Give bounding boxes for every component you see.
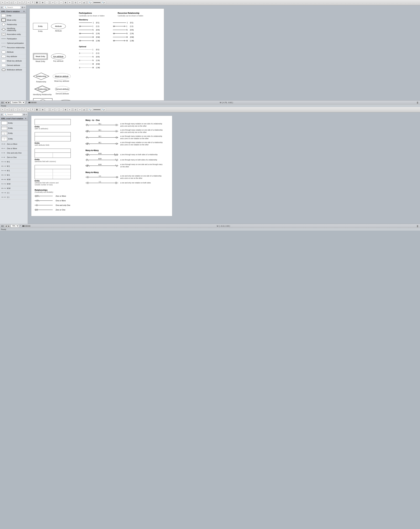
sidebar-item-identifying-rel[interactable]: Identifying relationship bbox=[0, 27, 26, 32]
toolbar-btn-pointer[interactable]: ↖ bbox=[1, 1, 5, 4]
t2-text[interactable]: T bbox=[31, 108, 34, 111]
t2-zoom-out[interactable]: 🔍− bbox=[88, 108, 93, 111]
t2-table[interactable]: ⊞ bbox=[41, 108, 44, 111]
s2-one-more[interactable]: One or More bbox=[0, 146, 28, 151]
zoom-up-btn[interactable]: ⌃ bbox=[26, 101, 27, 104]
relationship-shape[interactable]: Relationship bbox=[33, 72, 49, 80]
sidebar-item-key-attr[interactable]: ⎯ Key attribute bbox=[0, 54, 26, 59]
s2-entity2[interactable]: Entity bbox=[0, 126, 28, 131]
t2-align[interactable]: ≡ bbox=[68, 108, 71, 111]
list-view-btn[interactable]: ≡ bbox=[24, 6, 25, 9]
t2-line2[interactable]: ∕ bbox=[55, 108, 59, 111]
t2-more[interactable]: ⋯ bbox=[45, 108, 49, 111]
s2-mm-a[interactable]: M:M bbox=[0, 177, 28, 182]
s2-zero-one[interactable]: Zero or One bbox=[0, 155, 28, 159]
id-rel-shape[interactable]: Relationship bbox=[34, 85, 51, 93]
s2-11-b[interactable]: 1:1 bbox=[0, 195, 28, 199]
s2-prev-btn[interactable]: ◀ bbox=[5, 225, 7, 227]
multivalue-shape[interactable]: Multivalue attribute bbox=[56, 100, 76, 100]
t2-line[interactable]: ╱ bbox=[22, 108, 26, 111]
toolbar-btn-img[interactable]: 🖼 bbox=[35, 1, 39, 4]
sidebar-item-multivalue[interactable]: Multivalue attribute bbox=[0, 67, 26, 72]
cf-entity1[interactable] bbox=[35, 119, 71, 125]
toolbar-btn-align[interactable]: ≡ bbox=[68, 1, 71, 4]
s2-entity3[interactable]: Entity bbox=[0, 131, 28, 136]
prev-page-btn[interactable]: ◀ bbox=[5, 101, 7, 104]
t2-connect[interactable]: ⤳ bbox=[27, 108, 30, 111]
next-page-btn[interactable]: ▶ bbox=[8, 101, 10, 104]
sidebar-item-opt-participation[interactable]: Optional participation bbox=[0, 41, 26, 45]
zoom-select1[interactable]: Custom 79% bbox=[11, 101, 25, 104]
toolbar-btn-zoom-in[interactable]: 🔍+ bbox=[101, 1, 106, 4]
t2-export[interactable]: ↗ bbox=[78, 108, 81, 111]
t2-diamond[interactable]: ◇ bbox=[18, 108, 22, 111]
derived-shape[interactable]: Derived attribute bbox=[55, 86, 70, 92]
main-canvas2[interactable]: Entity (with no attributes) Entity bbox=[28, 112, 420, 224]
t2-cursor2[interactable]: ↗ bbox=[51, 108, 54, 111]
s2-one-one[interactable]: One and only One bbox=[0, 151, 28, 155]
toolbar-btn-table[interactable]: ⊞ bbox=[41, 1, 44, 4]
s2-entity4[interactable]: Entity bbox=[0, 136, 28, 142]
toolbar-btn-text[interactable]: T bbox=[31, 1, 34, 4]
s2-grid-btn[interactable]: ⊞ bbox=[23, 113, 25, 116]
toolbar-btn-more[interactable]: ⋯ bbox=[45, 1, 49, 4]
sidebar-item-recursive[interactable]: Recursive relationship bbox=[0, 45, 26, 50]
s2-zoom-up[interactable]: ⌃ bbox=[20, 225, 21, 227]
toolbar-btn-print[interactable]: 🖨 bbox=[82, 1, 86, 4]
toolbar-btn-circle[interactable]: ○ bbox=[14, 1, 17, 4]
key-attr-shape[interactable]: Key attribute bbox=[51, 53, 66, 59]
search-input[interactable] bbox=[7, 6, 20, 8]
toolbar-btn-connect[interactable]: ⤳ bbox=[27, 1, 30, 4]
toolbar-btn-zoom-out[interactable]: 🔍− bbox=[88, 1, 93, 4]
toolbar-btn-rounded[interactable]: ▢ bbox=[10, 1, 13, 4]
toolbar-btn-line2[interactable]: ∕ bbox=[55, 1, 59, 4]
toolbar-btn-export[interactable]: ↗ bbox=[78, 1, 81, 4]
sidebar-item-entity[interactable]: Entity bbox=[0, 13, 26, 18]
sidebar-item-weak-key[interactable]: Weak key attribute bbox=[0, 59, 26, 63]
toolbar-btn-zoom-fit[interactable]: ⊡ bbox=[74, 1, 77, 4]
t2-elbow[interactable]: ⌐ bbox=[59, 108, 63, 111]
t2-pointer[interactable]: ↖ bbox=[1, 108, 5, 111]
zoom-select2[interactable]: 75% bbox=[11, 225, 19, 227]
s2-entity1[interactable]: Entity bbox=[0, 120, 28, 126]
t2-zoom-in[interactable]: 🔍+ bbox=[101, 108, 106, 111]
toolbar-btn-line[interactable]: ╱ bbox=[22, 1, 26, 4]
s2-mm-b[interactable]: M:M bbox=[0, 182, 28, 186]
s2-m1-a[interactable]: M:1 bbox=[0, 159, 28, 164]
cf-entity3[interactable] bbox=[35, 149, 71, 158]
toolbar-btn-elbow[interactable]: ⌐ bbox=[59, 1, 63, 4]
main-canvas1[interactable]: Entity Entity Attribute Attribute Partic… bbox=[26, 5, 420, 100]
t2-print[interactable]: 🖨 bbox=[82, 108, 86, 111]
sidebar-item-relationship[interactable]: Relationship bbox=[0, 22, 26, 27]
t2-rect[interactable]: ▭ bbox=[5, 108, 9, 111]
s2-m1-d[interactable]: M:1 bbox=[0, 173, 28, 177]
cf-entity2[interactable] bbox=[35, 132, 71, 141]
assoc-shape[interactable]: AssociativeEntity bbox=[33, 98, 53, 100]
toolbar-btn-cursor2[interactable]: ↗ bbox=[51, 1, 54, 4]
sidebar-item-weak-entity[interactable]: Weak entity bbox=[0, 18, 26, 22]
sidebar-item-assoc-entity[interactable]: Associative entity bbox=[0, 32, 26, 37]
s2-close-btn[interactable]: ✕ bbox=[25, 118, 27, 120]
t2-zoom-fit[interactable]: ⊡ bbox=[74, 108, 77, 111]
s2-search-input[interactable] bbox=[7, 114, 21, 116]
close-section-btn[interactable]: ✕ bbox=[23, 10, 25, 13]
sidebar-item-attribute[interactable]: Attribute bbox=[0, 50, 26, 54]
sidebar-item-participation[interactable]: Participation bbox=[0, 37, 26, 41]
attribute-shape[interactable]: Attribute bbox=[51, 23, 66, 29]
toolbar-btn-diamond[interactable]: ◇ bbox=[18, 1, 22, 4]
s2-sidebar-toggle[interactable]: ❚❙ bbox=[1, 225, 4, 227]
sidebar-toggle-btn[interactable]: ❚❙ bbox=[1, 102, 4, 103]
grid-view-btn[interactable]: ⊞ bbox=[22, 6, 23, 9]
panel-toggle[interactable]: ☰ bbox=[1, 7, 2, 8]
t2-circle[interactable]: ○ bbox=[14, 108, 17, 111]
s2-11-a[interactable]: 1:1 bbox=[0, 191, 28, 195]
s2-panel-toggle[interactable]: ☰ bbox=[1, 114, 2, 116]
toolbar-btn-snap[interactable]: ⊞ bbox=[64, 1, 67, 4]
cf-entity4[interactable] bbox=[35, 165, 71, 179]
s2-zero-more[interactable]: Zero or More bbox=[0, 142, 28, 146]
s2-m1-b[interactable]: M:1 bbox=[0, 164, 28, 169]
weak-key-shape[interactable]: Weak key attribute bbox=[53, 73, 71, 79]
s2-mm-c[interactable]: M:M bbox=[0, 186, 28, 191]
s2-next-btn[interactable]: ▶ bbox=[8, 225, 10, 227]
toolbar-btn-rect[interactable]: ▭ bbox=[5, 1, 9, 4]
